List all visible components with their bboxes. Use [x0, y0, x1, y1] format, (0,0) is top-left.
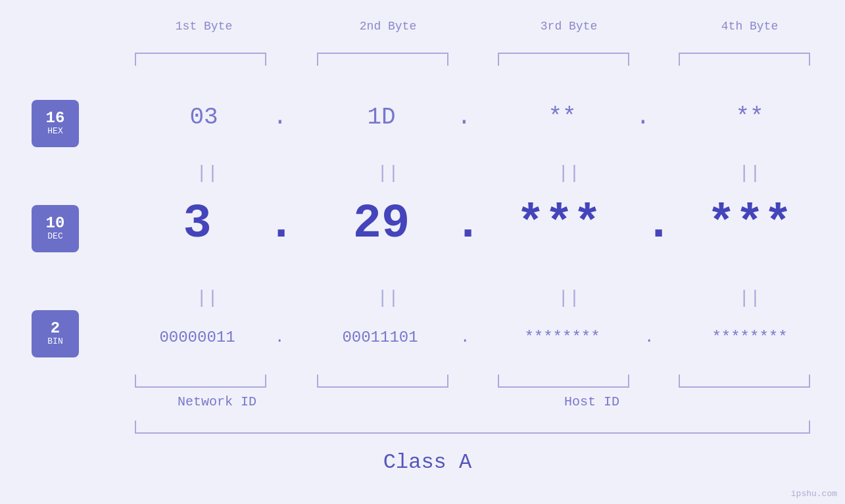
top-bracket-1: [135, 53, 266, 66]
bottom-bracket-hostid-4: [679, 375, 810, 388]
bin-b3: ********: [487, 329, 638, 346]
bottom-bracket-netid-1: [135, 375, 266, 388]
hex-badge-num: 16: [46, 110, 65, 126]
eq-1-hex-dec: ||: [181, 163, 233, 183]
dec-d1: .: [267, 197, 295, 251]
hex-b2: 1D: [322, 104, 441, 131]
long-bracket-right: [809, 421, 810, 432]
dec-d2: .: [454, 197, 482, 251]
col-header-1: 1st Byte: [132, 20, 276, 33]
col-header-2: 2nd Byte: [316, 20, 460, 33]
top-bracket-2: [317, 53, 448, 66]
eq-1-dec-bin: ||: [181, 288, 233, 308]
long-bottom-line: [135, 432, 810, 434]
class-label: Class A: [263, 450, 592, 474]
eq-3-dec-bin: ||: [543, 288, 595, 308]
dec-b4: ***: [677, 197, 822, 251]
dec-b1: 3: [138, 197, 256, 251]
bin-b2: 00011101: [308, 329, 452, 346]
long-bracket-left: [135, 421, 136, 432]
dec-b3: ***: [493, 197, 625, 251]
eq-2-dec-bin: ||: [362, 288, 414, 308]
eq-3-hex-dec: ||: [543, 163, 595, 183]
watermark: ipshu.com: [791, 489, 837, 499]
eq-2-hex-dec: ||: [362, 163, 414, 183]
bin-d2: .: [460, 329, 470, 346]
top-bracket-4: [679, 53, 810, 66]
hex-d2: .: [457, 104, 471, 131]
col-header-4: 4th Byte: [677, 20, 822, 33]
bin-badge: 2 BIN: [32, 310, 79, 357]
col-header-3: 3rd Byte: [496, 20, 641, 33]
dec-d3: .: [644, 197, 673, 251]
bin-d3: .: [644, 329, 654, 346]
eq-4-hex-dec: ||: [723, 163, 776, 183]
bottom-bracket-netid-2: [317, 375, 448, 388]
bin-d1: .: [275, 329, 284, 346]
bin-badge-lbl: BIN: [47, 336, 62, 347]
dec-badge-num: 10: [46, 216, 65, 231]
dec-b2: 29: [322, 197, 441, 251]
hex-b4: **: [684, 104, 815, 131]
hex-d1: .: [273, 104, 287, 131]
hex-badge-lbl: HEX: [47, 126, 62, 137]
bottom-bracket-hostid-3: [498, 375, 629, 388]
host-id-label: Host ID: [506, 394, 677, 409]
hex-d3: .: [636, 104, 650, 131]
network-id-label: Network ID: [132, 394, 302, 409]
bin-b4: ********: [671, 329, 829, 346]
eq-4-dec-bin: ||: [723, 288, 776, 308]
hex-b1: 03: [145, 104, 263, 131]
dec-badge: 10 DEC: [32, 205, 79, 252]
top-bracket-3: [498, 53, 629, 66]
bin-b1: 00000011: [128, 329, 266, 346]
hex-badge: 16 HEX: [32, 100, 79, 147]
bin-badge-num: 2: [51, 321, 60, 336]
dec-badge-lbl: DEC: [47, 231, 62, 242]
hex-b3: **: [503, 104, 621, 131]
